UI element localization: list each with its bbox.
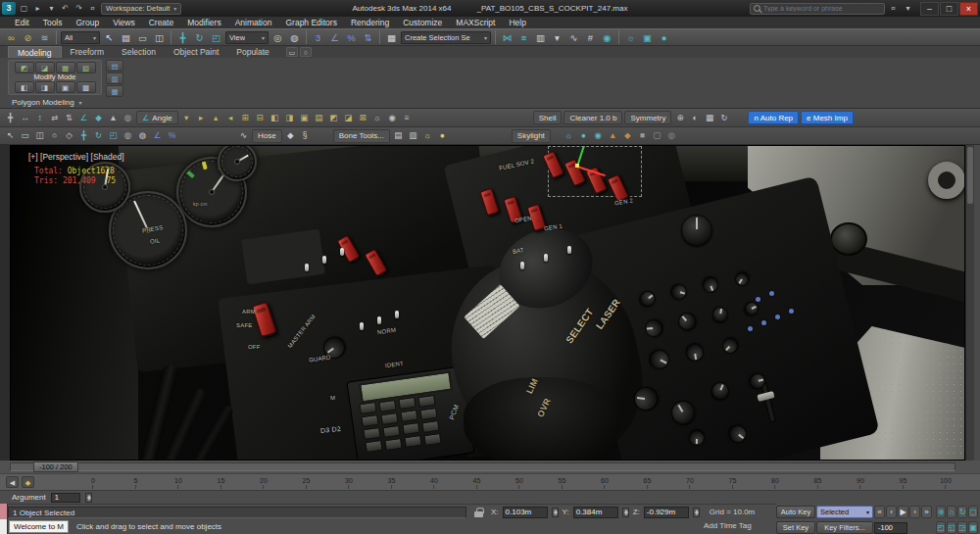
field-of-view-icon[interactable]: ◱ bbox=[947, 521, 956, 534]
key-filters-button[interactable]: Key Filters... bbox=[816, 521, 873, 534]
timeline-frame-45[interactable]: 45 bbox=[473, 477, 481, 489]
select-and-scale-icon[interactable]: ◰ bbox=[209, 30, 223, 45]
tool-icon[interactable]: ◫ bbox=[33, 129, 46, 142]
z-coordinate-field[interactable]: -0.929m bbox=[644, 507, 689, 518]
tool-icon[interactable]: ○ bbox=[48, 129, 61, 142]
timeline-frame-5[interactable]: 5 bbox=[134, 477, 138, 489]
reference-coordinate-dropdown[interactable]: View▾ bbox=[225, 31, 269, 44]
time-slider[interactable]: -100 / 200 bbox=[33, 461, 78, 472]
tool-icon[interactable]: ● bbox=[577, 129, 590, 142]
tool-icon[interactable]: % bbox=[166, 129, 178, 142]
tool-icon[interactable]: § bbox=[299, 129, 312, 142]
viewport-label-menu[interactable]: [+] [Perspective] [Shaded] bbox=[28, 152, 124, 162]
go-to-end-icon[interactable]: » bbox=[921, 506, 932, 518]
timeline-ruler[interactable]: ◀◆ 0510152025303540455055606570758085909… bbox=[0, 473, 980, 490]
tool-icon[interactable]: ◪ bbox=[342, 112, 355, 124]
tool-icon[interactable]: ↕ bbox=[33, 112, 46, 124]
select-by-name-icon[interactable]: ▤ bbox=[119, 30, 133, 45]
tool-icon[interactable]: ● bbox=[436, 129, 449, 142]
tool-icon[interactable]: ⊕ bbox=[673, 112, 686, 124]
timeline-frame-10[interactable]: 10 bbox=[174, 477, 182, 489]
set-key-button[interactable]: Set Key bbox=[776, 521, 815, 534]
cleaner-1-0-b-button[interactable]: Cleaner 1.0 b bbox=[564, 111, 622, 124]
polygon-modeling-tool-icon[interactable]: ◨ bbox=[35, 81, 55, 93]
tool-icon[interactable]: ⇄ bbox=[48, 112, 61, 124]
select-and-link-icon[interactable]: ∞ bbox=[4, 30, 19, 45]
new-scene-icon[interactable]: ▢ bbox=[18, 2, 30, 15]
tool-icon[interactable]: ◍ bbox=[136, 129, 149, 142]
select-and-move-icon[interactable]: ╋ bbox=[175, 30, 190, 45]
tool-icon[interactable]: ▸ bbox=[195, 112, 208, 124]
timeline-frame-0[interactable]: 0 bbox=[91, 477, 95, 489]
ribbon-tab-object-paint[interactable]: Object Paint bbox=[165, 46, 227, 58]
tool-icon[interactable]: ◐ bbox=[688, 112, 701, 124]
align-icon[interactable]: ≡ bbox=[516, 30, 531, 45]
tool-icon[interactable]: ↻ bbox=[717, 112, 730, 124]
menu-edit[interactable]: Edit bbox=[8, 17, 36, 28]
angle-button[interactable]: ∠Angle bbox=[136, 111, 178, 124]
workspace-dropdown[interactable]: Workspace: Default ▾ bbox=[101, 3, 181, 15]
tool-icon[interactable]: ◨ bbox=[283, 112, 296, 124]
ribbon-toggle-icon[interactable]: ▾ bbox=[550, 30, 564, 45]
tool-icon[interactable]: ⊠ bbox=[357, 112, 369, 124]
menu-create[interactable]: Create bbox=[142, 17, 181, 28]
previous-key-icon[interactable]: ◀ bbox=[6, 476, 19, 488]
tool-icon[interactable]: ▴ bbox=[210, 112, 222, 124]
selected-dropdown[interactable]: Selected ▾ bbox=[816, 506, 873, 518]
spinner-snap-icon[interactable]: ⇅ bbox=[361, 30, 375, 45]
tool-icon[interactable]: ▤ bbox=[392, 129, 405, 142]
timeline-frame-80[interactable]: 80 bbox=[771, 477, 779, 489]
ribbon-tab-populate[interactable]: Populate bbox=[227, 46, 278, 58]
auto-key-button[interactable]: Auto Key bbox=[776, 506, 815, 518]
named-selection-set-dropdown[interactable]: Create Selection Se▾ bbox=[401, 31, 491, 44]
tool-icon[interactable]: ◧ bbox=[269, 112, 281, 124]
tool-icon[interactable]: ▢ bbox=[651, 129, 663, 142]
signin-menu-icon[interactable]: ▾ bbox=[902, 2, 914, 15]
render-production-icon[interactable]: ● bbox=[657, 30, 671, 45]
maxscript-listener-window[interactable]: Welcome to M bbox=[9, 520, 69, 533]
zoom-extents-icon[interactable]: ▢ bbox=[968, 506, 978, 518]
tool-icon[interactable]: ☼ bbox=[371, 112, 384, 124]
save-file-icon[interactable]: ▾ bbox=[45, 2, 58, 15]
infocenter-search[interactable] bbox=[750, 3, 885, 15]
tool-icon[interactable]: ▦ bbox=[703, 112, 715, 124]
maximize-viewport-icon[interactable]: ▣ bbox=[968, 521, 978, 534]
timeline-frame-15[interactable]: 15 bbox=[218, 477, 225, 489]
maximize-button[interactable]: □ bbox=[940, 2, 958, 16]
listener-output-pane[interactable] bbox=[0, 519, 8, 534]
zoom-region-icon[interactable]: ◰ bbox=[936, 521, 946, 534]
orbit-icon[interactable]: ↻ bbox=[957, 506, 967, 518]
tool-icon[interactable]: ⊟ bbox=[254, 112, 267, 124]
timeline-frame-35[interactable]: 35 bbox=[388, 477, 396, 489]
close-button[interactable]: × bbox=[959, 2, 978, 16]
key-mode-toggle-icon[interactable]: ◆ bbox=[22, 476, 34, 488]
tool-icon[interactable]: ≡ bbox=[401, 112, 414, 124]
listener-macro-pane[interactable] bbox=[0, 504, 8, 519]
x-spinner[interactable] bbox=[552, 508, 559, 517]
mirror-icon[interactable]: ⋈ bbox=[500, 30, 514, 45]
polygon-modeling-tool-icon[interactable]: ▥ bbox=[106, 73, 123, 84]
window-crossing-icon[interactable]: ◫ bbox=[152, 30, 167, 45]
y-coordinate-field[interactable]: 0.384m bbox=[573, 507, 618, 518]
polygon-modeling-tool-icon[interactable]: ◧ bbox=[15, 81, 34, 93]
timeline-frame-90[interactable]: 90 bbox=[857, 477, 864, 489]
tool-icon[interactable]: ↻ bbox=[92, 129, 105, 142]
tool-icon[interactable]: ◎ bbox=[122, 112, 134, 124]
pan-icon[interactable]: ⌂ bbox=[947, 506, 956, 518]
current-frame-field[interactable]: -100 bbox=[874, 522, 907, 534]
render-setup-icon[interactable]: ☼ bbox=[623, 30, 638, 45]
y-spinner[interactable] bbox=[622, 508, 629, 517]
timeline-frame-70[interactable]: 70 bbox=[686, 477, 694, 489]
tool-icon[interactable]: ▭ bbox=[19, 129, 31, 142]
polygon-modeling-tool-icon[interactable]: ▣ bbox=[56, 81, 75, 93]
tool-icon[interactable]: ◆ bbox=[284, 129, 297, 142]
redo-icon[interactable]: ↷ bbox=[73, 2, 85, 15]
play-icon[interactable]: ▶ bbox=[898, 506, 908, 518]
previous-frame-icon[interactable]: ‹ bbox=[886, 506, 897, 518]
tool-icon[interactable]: ▤ bbox=[313, 112, 325, 124]
select-and-rotate-icon[interactable]: ↻ bbox=[192, 30, 207, 45]
bone-tools--button[interactable]: Bone Tools... bbox=[333, 129, 390, 143]
tool-icon[interactable]: ◩ bbox=[327, 112, 340, 124]
next-frame-icon[interactable]: › bbox=[909, 506, 920, 518]
perspective-viewport[interactable]: SELECTLASERLIMOVRFUEL SOV 2OPENGEN 1GEN … bbox=[10, 145, 965, 461]
